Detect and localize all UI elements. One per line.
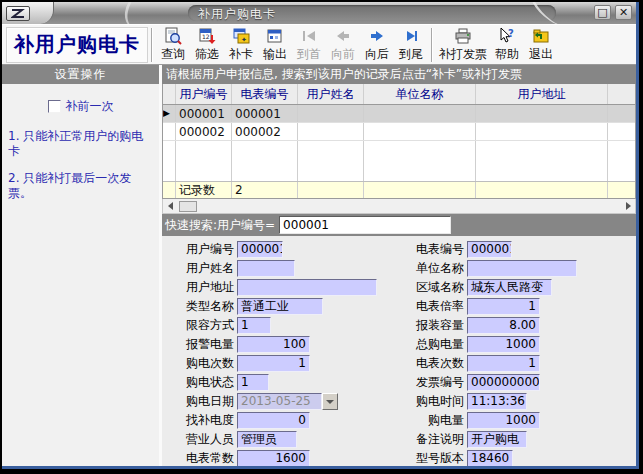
record-count-value: 2 [232,182,298,198]
go-last-button[interactable]: 到尾 [394,26,428,64]
type-name-field[interactable]: 普通工业 [237,298,323,315]
cell-unit-name[interactable] [364,123,476,140]
window-frame: 补用户购电卡 □ ✕ 补用户购电卡 查询 12 筛选 ✦ 补卡 输出 到首 [2,2,639,469]
reprint-invoice-label: 补打发票 [439,46,487,63]
unit-name-field[interactable] [467,260,577,277]
record-count-label: 记录数 [176,182,232,198]
alarm-energy-field[interactable]: 100 [237,336,310,353]
col-user-name[interactable]: 用户姓名 [298,84,364,104]
user-id-field[interactable]: 000001 [237,241,283,258]
cell-user-name[interactable] [298,105,364,122]
cell-user-id[interactable]: 000001 [176,105,232,122]
svg-text:12: 12 [202,33,210,40]
operator-field[interactable]: 管理员 [237,431,297,448]
go-prev-button: 向前 [326,26,360,64]
go-first-button: 到首 [292,26,326,64]
table-row[interactable]: ▶ 000001 000001 [163,105,635,123]
purchase-time-field[interactable]: 11:13:36 [467,393,527,410]
instruction-banner: 请根据用户申报信息, 搜索到该用户的记录后点击“补卡”或补打发票 [162,65,636,84]
invoice-number-label: 发票编号 [394,374,464,391]
chevron-down-icon [326,400,334,408]
record-count-row: 记录数 2 [163,181,635,198]
scroll-left-icon[interactable] [163,200,177,213]
user-address-field[interactable] [237,279,377,296]
search-icon [164,27,182,45]
page-title: 补用户购电卡 [14,31,140,58]
meter-count-label: 电表次数 [394,355,464,372]
meter-ratio-field[interactable]: 1 [467,298,540,315]
user-name-label: 用户姓名 [164,260,234,277]
output-label: 输出 [263,46,287,63]
total-energy-field[interactable]: 1000 [467,336,540,353]
detail-form: 用户编号000001 用户姓名 用户地址 类型名称普通工业 限容方式1 报警电量… [162,236,636,466]
alarm-energy-label: 报警电量 [164,336,234,353]
user-name-field[interactable] [237,260,295,277]
card-icon: ✦ [232,27,250,45]
meter-count-field[interactable]: 1 [467,355,540,372]
user-id-label: 用户编号 [164,241,234,258]
purchase-date-field[interactable]: 2013-05-25 [237,393,322,410]
quick-search-input[interactable] [279,216,451,234]
close-button[interactable]: ✕ [615,5,632,20]
purchase-date-dropdown[interactable] [322,393,338,410]
purchase-count-label: 购电次数 [164,355,234,372]
col-user-address[interactable]: 用户地址 [476,84,608,104]
remark-field[interactable]: 开户购电 [467,431,527,448]
adjust-energy-field[interactable]: 0 [237,412,310,429]
reissue-card-button[interactable]: ✦ 补卡 [224,26,258,64]
sidebar-note-1: 1. 只能补正常用户的购电卡 [8,129,153,159]
output-button[interactable]: 输出 [258,26,292,64]
purchase-status-field[interactable]: 1 [237,374,269,391]
maximize-button[interactable]: □ [594,5,611,20]
cell-meter-id[interactable]: 000001 [232,105,298,122]
exit-label: 退出 [529,46,553,63]
col-meter-id[interactable]: 电表编号 [232,84,298,104]
go-next-button[interactable]: 向后 [360,26,394,64]
col-user-id[interactable]: 用户编号 [176,84,232,104]
reprint-invoice-button[interactable]: 补打发票 [436,26,490,64]
table-empty-area [163,141,635,181]
installed-capacity-label: 报装容量 [394,317,464,334]
purchase-energy-field[interactable]: 1000 [467,412,540,429]
title-bar[interactable]: 补用户购电卡 □ ✕ [2,2,636,24]
meter-constant-label: 电表常数 [164,450,234,466]
model-version-label: 型号版本 [394,450,464,466]
cell-user-address[interactable] [476,105,608,122]
exit-button[interactable]: 退出 [524,26,558,64]
col-filler [608,84,635,104]
go-last-label: 到尾 [399,46,423,63]
scroll-right-icon[interactable] [621,200,635,213]
help-button[interactable]: ? 帮助 [490,26,524,64]
reissue-previous-checkbox-row[interactable]: 补前一次 [8,98,153,115]
area-name-field[interactable]: 城东人民路变 [467,279,552,296]
go-first-label: 到首 [297,46,321,63]
cell-unit-name[interactable] [364,105,476,122]
meter-id-field[interactable]: 000001 [467,241,512,258]
meter-constant-field[interactable]: 1600 [237,450,310,466]
scrollbar-thumb[interactable] [179,201,197,212]
purchase-energy-label: 购电量 [394,412,464,429]
printer-icon [454,27,472,45]
purchase-date-label: 购电日期 [164,393,234,410]
capacity-limit-mode-field[interactable]: 1 [237,317,271,334]
go-prev-label: 向前 [331,46,355,63]
installed-capacity-field[interactable]: 8.00 [467,317,540,334]
table-row[interactable]: 000002 000002 [163,123,635,141]
filter-button[interactable]: 12 筛选 [190,26,224,64]
table-hscrollbar[interactable] [162,199,636,214]
user-address-label: 用户地址 [164,279,234,296]
cell-user-address[interactable] [476,123,608,140]
col-unit-name[interactable]: 单位名称 [364,84,476,104]
invoice-number-field[interactable]: 0000000001 [467,374,540,391]
cell-user-name[interactable] [298,123,364,140]
checkbox-icon[interactable] [48,100,61,113]
query-button[interactable]: 查询 [156,26,190,64]
help-label: 帮助 [495,46,519,63]
sidebar-note-2: 2. 只能补打最后一次发票。 [8,171,153,201]
cell-user-id[interactable]: 000002 [176,123,232,140]
purchase-count-field[interactable]: 1 [237,355,310,372]
exit-folder-icon [532,27,550,45]
model-version-field[interactable]: 18460 [467,450,513,466]
cell-meter-id[interactable]: 000002 [232,123,298,140]
reissue-card-label: 补卡 [229,46,253,63]
